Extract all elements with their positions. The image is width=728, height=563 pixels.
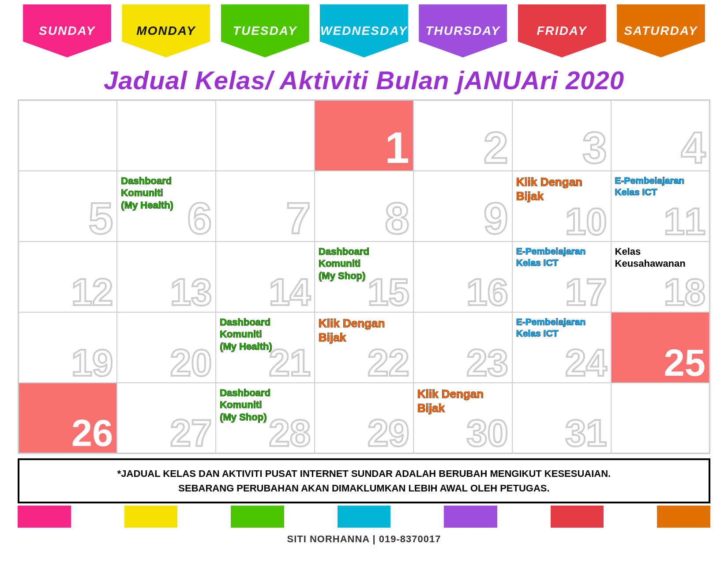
date-number: 20	[170, 344, 212, 382]
date-number: 31	[565, 414, 607, 452]
calendar-cell: 25	[611, 312, 710, 383]
calendar-cell: Dashboard Komuniti (My Health)6	[117, 171, 216, 242]
date-number: 14	[269, 273, 311, 311]
date-number: 13	[170, 273, 212, 311]
footer-line1: *JADUAL KELAS DAN AKTIVITI PUSAT INTERNE…	[28, 466, 700, 481]
calendar-cell: 1	[315, 100, 413, 171]
date-number: 10	[565, 203, 607, 240]
date-number: 18	[664, 273, 705, 311]
calendar-cell	[19, 100, 117, 171]
calendar-cell: Dashboard Komuniti (My Shop)15	[315, 242, 413, 312]
calendar-cell	[117, 100, 216, 171]
date-number: 23	[466, 344, 508, 382]
footer-bar-segment	[338, 506, 391, 528]
calendar-cell: 19	[19, 312, 117, 383]
date-number: 5	[89, 196, 113, 240]
footer-bar-segment	[604, 506, 657, 528]
calendar-cell: 3	[512, 100, 611, 171]
footer-bar-segment	[551, 506, 604, 528]
event-label: E-Pembelajaran Kelas ICT	[615, 175, 709, 198]
contact-bar: SITI NORHANNA | 019-8370017	[0, 530, 728, 548]
date-number: 1	[385, 125, 409, 170]
calendar-cell: Dashboard Komuniti (My Health)21	[216, 312, 315, 383]
date-number: 3	[582, 125, 607, 170]
calendar-cell: 5	[19, 171, 117, 242]
event-label: E-Pembelajaran Kelas ICT	[516, 246, 611, 269]
event-label: Klik Dengan Bijak	[319, 316, 413, 345]
day-tuesday: TUESDAY	[221, 4, 309, 57]
footer-line2: SEBARANG PERUBAHAN AKAN DIMAKLUMKAN LEBI…	[28, 481, 700, 495]
event-label: Kelas Keusahawanan	[615, 246, 709, 270]
date-number: 16	[466, 273, 508, 311]
footer-bar-segment	[124, 506, 178, 528]
footer-bar-segment	[497, 506, 551, 528]
calendar-cell: 9	[413, 171, 512, 242]
footer-bar-segment	[177, 506, 231, 528]
calendar-cell: Klik Dengan Bijak10	[512, 171, 611, 242]
day-wednesday: WEDNESDAY	[320, 4, 408, 57]
calendar-cell: 16	[413, 242, 512, 312]
calendar-cell: 27	[117, 383, 216, 453]
date-number: 30	[466, 414, 508, 452]
calendar-grid: 12345Dashboard Komuniti (My Health)6789K…	[18, 99, 710, 454]
calendar-cell: 29	[315, 383, 413, 453]
day-sunday: SUNDAY	[23, 4, 111, 57]
calendar-cell: 31	[512, 383, 611, 453]
date-number: 12	[71, 273, 113, 311]
footer-bar-segment	[390, 506, 444, 528]
date-number: 9	[484, 196, 508, 240]
calendar-cell: Dashboard Komuniti (My Shop)28	[216, 383, 315, 453]
date-number: 25	[664, 344, 705, 382]
header-days-row: SUNDAY MoNDaY TUESDAY WEDNESDAY THURSDAY…	[0, 0, 728, 57]
event-label: Dashboard Komuniti (My Shop)	[319, 246, 413, 282]
footer-bar-segment	[444, 506, 497, 528]
calendar-cell: E-Pembelajaran Kelas ICT17	[512, 242, 611, 312]
calendar-cell	[216, 100, 315, 171]
date-number: 11	[664, 203, 705, 240]
calendar-cell: E-Pembelajaran Kelas ICT11	[611, 171, 710, 242]
date-number: 29	[368, 414, 409, 452]
calendar-cell: 4	[611, 100, 710, 171]
calendar-wrapper: 12345Dashboard Komuniti (My Health)6789K…	[0, 99, 728, 454]
date-number: 4	[681, 125, 705, 170]
footer-bar-segment	[231, 506, 284, 528]
date-number: 22	[368, 344, 409, 382]
calendar-cell: 23	[413, 312, 512, 383]
date-number: 24	[565, 344, 607, 382]
date-number: 17	[565, 273, 607, 311]
event-label: Dashboard Komuniti (My Health)	[220, 316, 314, 353]
date-number: 7	[286, 196, 311, 240]
calendar-cell: 14	[216, 242, 315, 312]
calendar-cell	[611, 383, 710, 453]
date-number: 26	[71, 414, 113, 452]
footer-bar-segment	[71, 506, 124, 528]
day-friday: FRIDAY	[518, 4, 606, 57]
date-number: 27	[170, 414, 212, 452]
calendar-cell: E-Pembelajaran Kelas ICT24	[512, 312, 611, 383]
footer-bar-segment	[18, 506, 71, 528]
date-number: 2	[484, 125, 508, 170]
footer-color-bar	[18, 506, 710, 528]
event-label: Dashboard Komuniti (My Shop)	[220, 387, 314, 423]
day-monday: MoNDaY	[122, 4, 210, 57]
event-label: E-Pembelajaran Kelas ICT	[516, 316, 611, 340]
calendar-cell: Kelas Keusahawanan18	[611, 242, 710, 312]
calendar-cell: Klik Dengan Bijak30	[413, 383, 512, 453]
calendar-cell: 26	[19, 383, 117, 453]
event-label: Dashboard Komuniti (My Health)	[121, 175, 215, 212]
calendar-cell: 2	[413, 100, 512, 171]
calendar-cell: Klik Dengan Bijak22	[315, 312, 413, 383]
footer-bar-segment	[657, 506, 710, 528]
calendar-cell: 7	[216, 171, 315, 242]
date-number: 19	[71, 344, 113, 382]
event-label: Klik Dengan Bijak	[516, 175, 611, 204]
footer-notice: *JADUAL KELAS DAN AKTIVITI PUSAT INTERNE…	[18, 458, 710, 503]
calendar-cell: 12	[19, 242, 117, 312]
calendar-cell: 8	[315, 171, 413, 242]
calendar-title: Jadual Kelas/ Aktiviti Bulan jANUAri 202…	[0, 65, 728, 95]
footer-bar-segment	[284, 506, 338, 528]
calendar-cell: 20	[117, 312, 216, 383]
calendar-cell: 13	[117, 242, 216, 312]
date-number: 8	[385, 196, 409, 240]
day-thursday: THURSDAY	[419, 4, 507, 57]
